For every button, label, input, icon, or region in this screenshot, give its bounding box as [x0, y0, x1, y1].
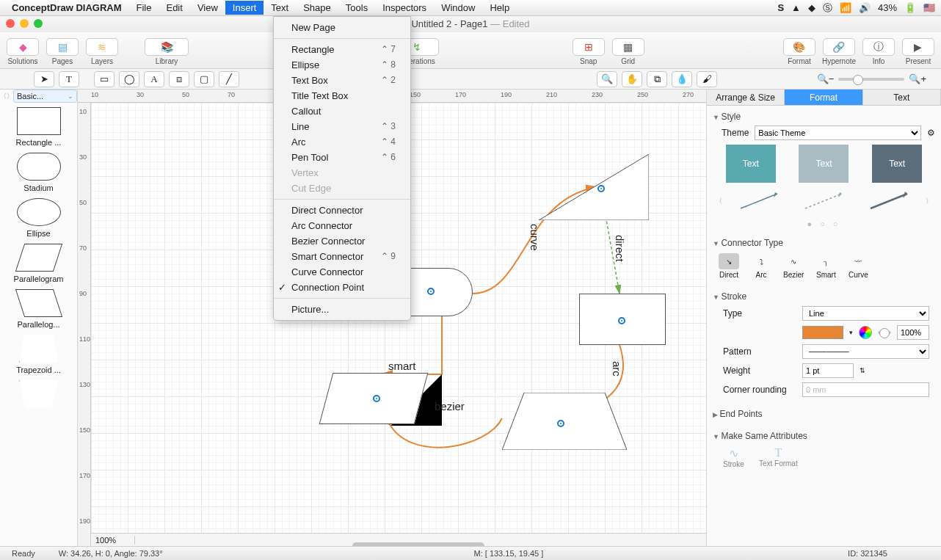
skype-icon[interactable]: Ⓢ	[823, 1, 832, 15]
sidebar-shape-trap[interactable]: Trapezoid ...	[0, 330, 77, 376]
menu-item-curve-connector[interactable]: Curve Connector	[274, 264, 410, 280]
menu-inspectors[interactable]: Inspectors	[375, 1, 434, 15]
sidebar-shape-trap2[interactable]	[0, 376, 77, 412]
close-window-button[interactable]	[6, 19, 15, 28]
pattern-select[interactable]: ───────	[802, 344, 929, 359]
zoom-tool[interactable]: 🔍	[597, 71, 617, 87]
cloud-icon[interactable]: ▲	[791, 2, 801, 13]
eyedropper-tool[interactable]: 💧	[672, 71, 692, 87]
connector-type-direct[interactable]: ↘Direct	[719, 253, 739, 279]
menu-item-arc[interactable]: Arc⌃ 4	[274, 134, 410, 150]
theme-select[interactable]: Basic Theme	[755, 126, 921, 140]
zoom-out-icon[interactable]: 🔍−	[817, 73, 835, 84]
stroke-type-select[interactable]: Line	[802, 306, 929, 321]
tab-text[interactable]: Text	[863, 90, 941, 106]
grid-button[interactable]: ▦Grid	[610, 36, 647, 65]
swatch-next-icon[interactable]: 〉	[923, 197, 935, 206]
theme-swatch-1[interactable]: Text	[726, 145, 776, 183]
opacity-input[interactable]	[897, 325, 929, 340]
zoom-slider[interactable]	[838, 78, 904, 81]
sidebar-shape-rect[interactable]: Rectangle ...	[0, 103, 77, 148]
app-name[interactable]: ConceptDraw DIAGRAM	[12, 2, 122, 13]
zoom-in-icon[interactable]: 🔍+	[909, 73, 926, 84]
tab-format[interactable]: Format	[785, 90, 862, 106]
stroke-color-button[interactable]	[802, 326, 843, 339]
menu-item-pen-tool[interactable]: Pen Tool⌃ 6	[274, 150, 410, 165]
callout-tool[interactable]: ▢	[194, 71, 214, 87]
flag-icon[interactable]: 🇺🇸	[923, 2, 935, 13]
zoom-window-button[interactable]	[34, 19, 43, 28]
format-button[interactable]: 🎨Format	[781, 36, 818, 65]
gear-icon[interactable]: ⚙	[927, 128, 935, 138]
end-points-header[interactable]: End Points	[713, 407, 935, 421]
menu-window[interactable]: Window	[434, 1, 482, 15]
menu-item-direct-connector[interactable]: Direct Connector	[274, 203, 410, 218]
corner-rounding-input[interactable]	[802, 382, 929, 397]
pages-button[interactable]: ▤Pages	[44, 36, 81, 65]
opacity-slider[interactable]	[878, 331, 891, 334]
battery-percent[interactable]: 43%	[878, 2, 897, 13]
info-button[interactable]: ⓘInfo	[860, 36, 897, 65]
connection-point-icon[interactable]	[618, 317, 625, 324]
connector-type-curve[interactable]: 〰Curve	[848, 253, 868, 279]
sidebar-prev-icon[interactable]: 〈	[0, 92, 7, 101]
menu-item-connection-point[interactable]: ✓Connection Point	[274, 280, 410, 295]
crop-tool[interactable]: ⧉	[647, 71, 667, 87]
menu-item-line[interactable]: Line⌃ 3	[274, 119, 410, 134]
strikethrough-icon[interactable]: S	[777, 2, 784, 13]
sidebar-shape-para2[interactable]: Parallelog...	[0, 285, 77, 330]
textbox-tool[interactable]: A	[144, 71, 164, 87]
menu-help[interactable]: Help	[482, 1, 517, 15]
menu-item-picture-[interactable]: Picture...	[274, 302, 410, 317]
menu-text[interactable]: Text	[264, 1, 296, 15]
connector-type-bezier[interactable]: ∿Bezier	[783, 253, 804, 279]
connector-type-header[interactable]: Connector Type	[713, 236, 935, 250]
menu-file[interactable]: File	[129, 1, 159, 15]
sidebar-shape-ell[interactable]: Ellipse	[0, 194, 77, 239]
menu-view[interactable]: View	[190, 1, 225, 15]
present-button[interactable]: ▶Present	[900, 36, 937, 65]
zoom-value[interactable]: 100%	[91, 536, 135, 545]
connection-point-icon[interactable]	[557, 420, 564, 427]
connector-type-smart[interactable]: ┐Smart	[815, 253, 836, 279]
rectangle-tool[interactable]: ▭	[94, 71, 115, 87]
menu-tools[interactable]: Tools	[338, 1, 375, 15]
line-style-dashed-icon[interactable]	[802, 190, 846, 212]
hand-tool[interactable]: ✋	[622, 71, 642, 87]
minimize-window-button[interactable]	[20, 19, 29, 28]
snap-button[interactable]: ⊞Snap	[570, 36, 607, 65]
connection-point-icon[interactable]	[373, 395, 380, 402]
weight-input[interactable]	[802, 363, 854, 378]
sidebar-shape-para[interactable]: Parallelogram	[0, 239, 77, 285]
ellipse-tool[interactable]: ◯	[119, 71, 139, 87]
line-style-solid-icon[interactable]	[737, 190, 781, 212]
library-selector[interactable]: Basic...⌄	[13, 90, 77, 103]
make-same-attributes-header[interactable]: Make Same Attributes	[713, 429, 935, 443]
wifi-icon[interactable]: 📶	[840, 2, 851, 13]
menu-item-smart-connector[interactable]: Smart Connector⌃ 9	[274, 249, 410, 264]
line-tool[interactable]: ╱	[219, 71, 239, 87]
theme-swatch-3[interactable]: Text	[872, 145, 922, 183]
menu-item-bezier-connector[interactable]: Bezier Connector	[274, 233, 410, 249]
color-wheel-icon[interactable]	[859, 326, 872, 339]
menu-insert[interactable]: Insert	[225, 1, 264, 15]
menu-item-text-box[interactable]: Text Box⌃ 2	[274, 73, 410, 88]
menu-item-title-text-box[interactable]: Title Text Box	[274, 88, 410, 103]
tab-arrange-size[interactable]: Arrange & Size	[707, 90, 785, 106]
solutions-button[interactable]: ◆Solutions	[4, 36, 41, 65]
title-textbox-tool[interactable]: ⧈	[169, 71, 189, 87]
swatch-prev-icon[interactable]: 〈	[713, 197, 725, 206]
menu-item-callout[interactable]: Callout	[274, 103, 410, 119]
menu-edit[interactable]: Edit	[159, 1, 189, 15]
menu-item-arc-connector[interactable]: Arc Connector	[274, 218, 410, 233]
sidebar-shape-stad[interactable]: Stadium	[0, 148, 77, 194]
connection-point-icon[interactable]	[427, 288, 435, 295]
msa-stroke-button[interactable]: ∿Stroke	[723, 446, 744, 468]
canvas-shape-trapezoid[interactable]	[502, 393, 627, 450]
connection-point-icon[interactable]	[597, 185, 605, 192]
layers-button[interactable]: ≋Layers	[84, 36, 120, 65]
library-button[interactable]: 📚Library	[148, 36, 185, 65]
menu-item-rectangle[interactable]: Rectangle⌃ 7	[274, 42, 410, 57]
diamond-icon[interactable]: ◆	[808, 2, 815, 13]
menu-shape[interactable]: Shape	[296, 1, 338, 15]
